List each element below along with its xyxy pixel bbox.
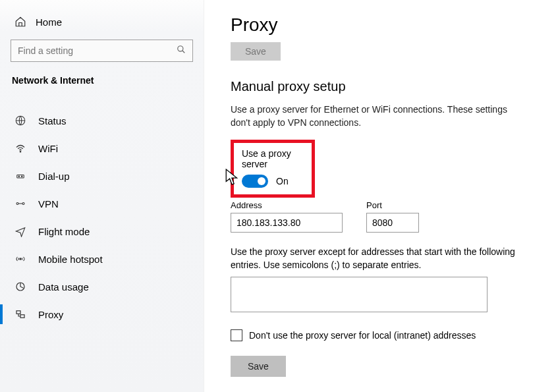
search-input[interactable] <box>18 45 177 56</box>
search-icon <box>177 45 186 57</box>
port-label: Port <box>366 200 419 210</box>
category-heading: Network & Internet <box>0 75 204 96</box>
sidebar-item-hotspot[interactable]: Mobile hotspot <box>0 245 204 273</box>
svg-line-1 <box>182 51 185 53</box>
use-proxy-toggle[interactable] <box>242 175 268 188</box>
nav-list: Status WiFi Dial-up VPN Flight mode <box>0 107 204 328</box>
sidebar-item-wifi[interactable]: WiFi <box>0 134 204 162</box>
sidebar-item-label: Proxy <box>38 309 63 320</box>
sidebar-item-proxy[interactable]: Proxy <box>0 300 204 328</box>
toggle-state-label: On <box>276 176 289 186</box>
address-input[interactable] <box>231 213 343 233</box>
wifi-icon <box>14 142 26 154</box>
sidebar-item-label: WiFi <box>38 143 58 154</box>
sidebar-item-label: VPN <box>38 198 59 210</box>
svg-point-3 <box>20 152 21 153</box>
sidebar-item-datausage[interactable]: Data usage <box>0 273 204 300</box>
sidebar-item-dialup[interactable]: Dial-up <box>0 162 204 190</box>
address-port-row: Address Port <box>231 200 529 233</box>
airplane-icon <box>14 225 26 237</box>
main-content: Proxy Save Manual proxy setup Use a prox… <box>204 0 558 392</box>
page-title: Proxy <box>231 14 529 36</box>
svg-rect-11 <box>16 311 20 314</box>
proxy-icon <box>14 308 26 320</box>
search-box[interactable] <box>11 40 193 62</box>
save-button-bottom[interactable]: Save <box>231 356 286 377</box>
local-bypass-checkbox[interactable] <box>231 329 242 341</box>
exceptions-label: Use the proxy server except for addresse… <box>231 246 520 271</box>
section-heading: Manual proxy setup <box>231 79 529 94</box>
sidebar: Home Network & Internet Status WiFi Dial… <box>0 0 204 392</box>
hotspot-icon <box>14 253 26 265</box>
svg-rect-4 <box>17 175 24 179</box>
sidebar-item-label: Mobile hotspot <box>38 254 103 265</box>
sidebar-item-label: Status <box>38 115 67 126</box>
svg-point-5 <box>18 176 20 177</box>
sidebar-item-label: Data usage <box>38 281 89 293</box>
sidebar-item-status[interactable]: Status <box>0 107 204 134</box>
local-bypass-label: Don't use the proxy server for local (in… <box>249 330 476 341</box>
address-label: Address <box>231 200 343 210</box>
sidebar-home[interactable]: Home <box>0 13 204 40</box>
home-icon <box>14 16 26 28</box>
sidebar-item-vpn[interactable]: VPN <box>0 190 204 217</box>
use-proxy-label: Use a proxy server <box>242 148 304 169</box>
port-input[interactable] <box>366 213 419 233</box>
highlight-annotation: Use a proxy server On <box>231 140 315 198</box>
exceptions-input[interactable] <box>231 277 488 312</box>
svg-rect-12 <box>20 315 24 318</box>
svg-point-9 <box>20 258 21 260</box>
data-usage-icon <box>14 281 26 293</box>
sidebar-item-label: Flight mode <box>38 226 90 237</box>
sidebar-item-flightmode[interactable]: Flight mode <box>0 217 204 245</box>
vpn-icon <box>14 198 26 210</box>
svg-point-8 <box>22 203 24 205</box>
save-button-top[interactable]: Save <box>231 42 281 61</box>
svg-point-7 <box>16 203 18 205</box>
section-description: Use a proxy server for Ethernet or WiFi … <box>231 103 520 129</box>
dialup-icon <box>14 170 26 182</box>
svg-point-6 <box>22 176 23 177</box>
sidebar-item-label: Dial-up <box>38 171 70 182</box>
home-label: Home <box>36 16 62 28</box>
svg-point-0 <box>178 46 183 51</box>
globe-icon <box>14 115 26 126</box>
